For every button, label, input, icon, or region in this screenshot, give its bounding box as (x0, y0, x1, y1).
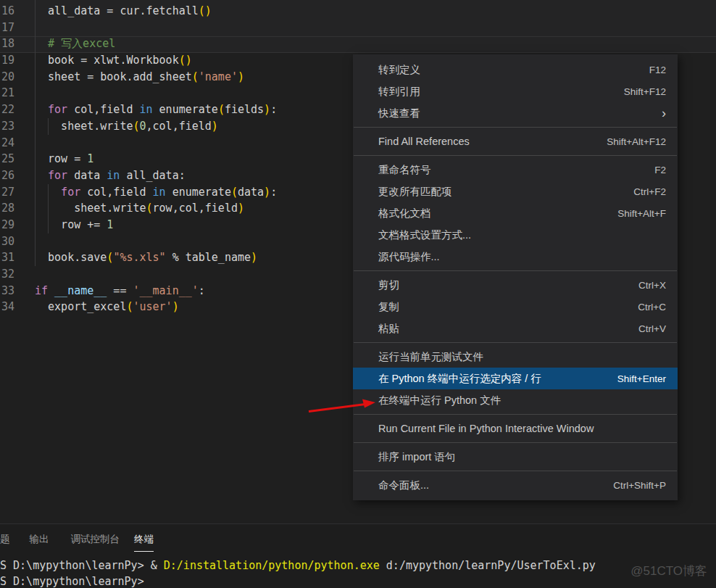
panel-tab-problems[interactable]: 题 (0, 533, 10, 552)
terminal-line: S D:\mypython\learnPy> (0, 573, 716, 588)
menu-item-label: 文档格式设置方式... (378, 228, 666, 242)
menu-item-peek[interactable]: 快速查看› (353, 102, 678, 124)
menu-item-shortcut: F12 (649, 65, 666, 75)
menu-item-run-selection-in-python-terminal[interactable]: 在 Python 终端中运行选定内容 / 行Shift+Enter (353, 368, 678, 389)
menu-item-shortcut: Shift+Alt+F (617, 208, 666, 219)
menu-separator (354, 442, 677, 443)
vscode-window: 16 all_data = cur.fetchall()1718 # 写入exc… (0, 0, 716, 588)
code-text: if __name__ == '__main__': (35, 283, 205, 299)
code-text: for col,field in enumerate(fields): (35, 102, 277, 118)
menu-item-change-all-occurrences[interactable]: 更改所有匹配项Ctrl+F2 (353, 181, 678, 202)
panel-tab-debug-console[interactable]: 调试控制台 (71, 533, 120, 552)
menu-item-label: 重命名符号 (378, 163, 654, 177)
line-number: 22 (0, 102, 14, 118)
code-text: for col,field in enumerate(data): (35, 184, 277, 201)
menu-item-shortcut: Shift+Alt+F12 (607, 136, 666, 147)
menu-item-label: 在终端中运行 Python 文件 (378, 394, 666, 407)
menu-item-find-all-references[interactable]: Find All ReferencesShift+Alt+F12 (353, 131, 678, 152)
menu-item-shortcut: Ctrl+F2 (633, 186, 666, 197)
code-line: 16 all_data = cur.fetchall() (0, 3, 716, 20)
menu-item-label: Find All References (378, 136, 607, 147)
line-number: 28 (0, 200, 14, 217)
line-number: 32 (0, 266, 14, 283)
menu-item-label: 复制 (378, 300, 638, 314)
line-number: 16 (0, 3, 14, 20)
context-menu: 转到定义F12转到引用Shift+F12快速查看›Find All Refere… (353, 54, 678, 500)
code-text: row += 1 (35, 217, 113, 233)
menu-item-goto-references[interactable]: 转到引用Shift+F12 (353, 80, 678, 102)
line-number: 24 (0, 135, 14, 152)
line-number: 30 (0, 233, 14, 250)
line-number: 20 (0, 69, 14, 86)
line-number: 29 (0, 217, 14, 233)
code-text: row = 1 (35, 151, 93, 167)
code-line: 17 (0, 20, 716, 36)
line-number: 19 (0, 52, 14, 69)
menu-item-format-document-with[interactable]: 文档格式设置方式... (353, 224, 678, 246)
menu-item-sort-imports[interactable]: 排序 import 语句 (353, 446, 678, 468)
menu-item-shortcut: Shift+Enter (617, 373, 666, 384)
line-number: 18 (0, 36, 14, 52)
menu-item-goto-definition[interactable]: 转到定义F12 (353, 59, 678, 80)
menu-item-label: 粘贴 (378, 322, 638, 336)
menu-item-command-palette[interactable]: 命令面板...Ctrl+Shift+P (353, 474, 678, 496)
line-number: 26 (0, 167, 14, 184)
menu-separator (354, 270, 677, 271)
code-text: book.save("%s.xls" % table_name) (35, 249, 257, 266)
line-number: 27 (0, 184, 14, 201)
menu-item-label: 源代码操作... (378, 250, 666, 264)
code-text: sheet.write(row,col,field) (35, 200, 244, 217)
panel-tab-terminal[interactable]: 终端 (134, 533, 154, 552)
menu-item-label: 命令面板... (378, 479, 613, 492)
bottom-panel: 题输出调试控制台终端 S D:\mypython\learnPy> & D:/i… (0, 523, 716, 588)
menu-separator (354, 127, 677, 128)
line-number: 33 (0, 283, 14, 299)
menu-item-label: 转到引用 (378, 85, 624, 99)
menu-item-label: 格式化文档 (378, 207, 617, 220)
menu-item-label: 剪切 (378, 278, 638, 292)
code-text: book = xlwt.Workbook() (35, 52, 192, 69)
code-text: sheet.write(0,col,field) (35, 118, 218, 135)
menu-item-label: 转到定义 (378, 63, 649, 77)
menu-item-label: 排序 import 语句 (378, 450, 666, 464)
menu-item-run-file-in-interactive-window[interactable]: Run Current File in Python Interactive W… (353, 418, 678, 439)
menu-item-shortcut: Ctrl+Shift+P (613, 480, 666, 491)
line-number: 21 (0, 85, 14, 102)
menu-item-source-action[interactable]: 源代码操作... (353, 246, 678, 268)
menu-item-shortcut: Ctrl+X (638, 280, 666, 291)
code-line: 18 # 写入excel (0, 36, 716, 52)
line-number: 23 (0, 118, 14, 135)
menu-separator (354, 342, 677, 343)
menu-item-label: 更改所有匹配项 (378, 185, 633, 199)
code-text: export_excel('user') (35, 299, 179, 315)
code-text: for data in all_data: (35, 167, 186, 184)
submenu-chevron-icon: › (662, 107, 666, 120)
watermark: @51CTO博客 (630, 563, 707, 579)
line-number: 34 (0, 299, 14, 315)
menu-item-shortcut: Ctrl+C (638, 302, 666, 312)
menu-item-shortcut: Shift+F12 (624, 86, 666, 97)
terminal-line: S D:\mypython\learnPy> & D:/installation… (0, 558, 716, 573)
menu-item-paste[interactable]: 粘贴Ctrl+V (353, 318, 678, 339)
menu-item-format-document[interactable]: 格式化文档Shift+Alt+F (353, 202, 678, 224)
menu-item-label: Run Current File in Python Interactive W… (378, 423, 666, 434)
menu-item-cut[interactable]: 剪切Ctrl+X (353, 274, 678, 296)
menu-separator (354, 414, 677, 415)
menu-item-run-python-file-in-terminal[interactable]: 在终端中运行 Python 文件 (353, 389, 678, 411)
menu-item-rename-symbol[interactable]: 重命名符号F2 (353, 159, 678, 181)
menu-item-label: 运行当前单元测试文件 (378, 350, 666, 364)
panel-tabs: 题输出调试控制台终端 (0, 533, 154, 552)
line-number: 31 (0, 249, 14, 266)
code-text: # 写入excel (35, 36, 115, 52)
menu-separator (354, 471, 677, 471)
code-text: all_data = cur.fetchall() (35, 3, 212, 20)
menu-item-copy[interactable]: 复制Ctrl+C (353, 296, 678, 318)
line-number: 25 (0, 151, 14, 167)
terminal-output[interactable]: S D:\mypython\learnPy> & D:/installation… (0, 558, 716, 588)
menu-item-label: 快速查看 (378, 107, 662, 120)
menu-item-shortcut: F2 (654, 165, 666, 175)
panel-tab-output[interactable]: 输出 (30, 533, 49, 552)
menu-item-run-current-unit-test-file[interactable]: 运行当前单元测试文件 (353, 346, 678, 368)
code-text: sheet = book.add_sheet('name') (35, 69, 244, 86)
menu-item-shortcut: Ctrl+V (638, 323, 666, 334)
